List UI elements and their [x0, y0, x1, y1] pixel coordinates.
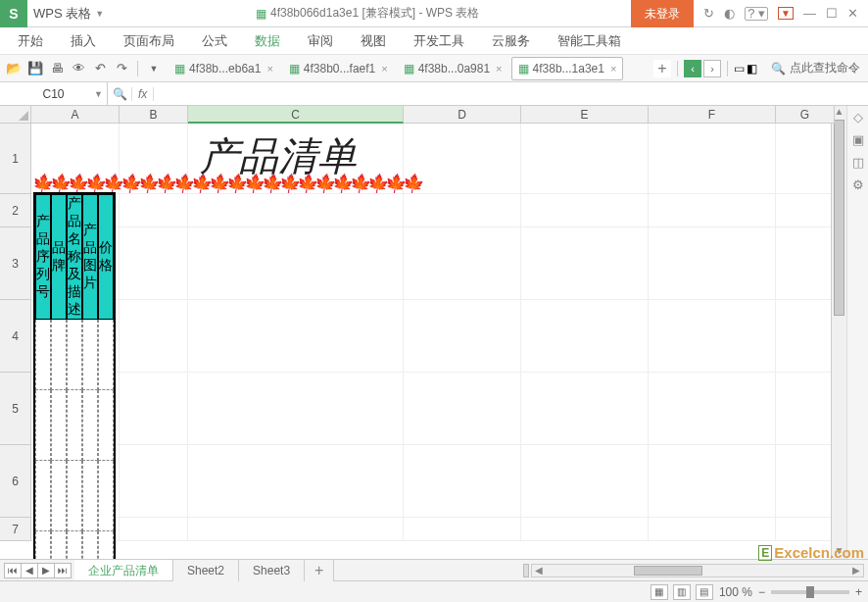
close-tab-icon[interactable]: × [610, 63, 616, 75]
cell-E3[interactable] [521, 227, 649, 300]
menu-item-5[interactable]: 审阅 [294, 27, 347, 55]
cell-F5[interactable] [649, 373, 776, 445]
hscroll-split[interactable] [523, 564, 529, 577]
col-header-C[interactable]: C [188, 106, 404, 124]
doc-tab-1[interactable]: ▦4f38b0...faef1× [282, 57, 395, 80]
row-header-1[interactable]: 1 [0, 124, 31, 194]
open-icon[interactable]: 📂 [6, 61, 22, 76]
sheet-tab-2[interactable]: Sheet3 [239, 560, 305, 581]
zoom-slider[interactable] [771, 590, 849, 594]
menu-item-0[interactable]: 开始 [4, 27, 57, 55]
col-header-F[interactable]: F [649, 106, 776, 124]
help-icon[interactable]: ? ▾ [745, 7, 768, 21]
sheet-tab-1[interactable]: Sheet2 [173, 560, 239, 581]
table-cell[interactable] [51, 461, 67, 531]
cell-B5[interactable] [120, 373, 188, 445]
close-tab-icon[interactable]: × [381, 63, 387, 75]
side-settings-icon[interactable]: ⚙ [852, 177, 864, 192]
window-list-icon[interactable]: ▭ [734, 62, 745, 75]
table-cell[interactable] [67, 461, 82, 531]
table-cell[interactable] [82, 531, 98, 559]
sync-icon[interactable]: ↻ [703, 6, 714, 21]
cell-C4[interactable] [188, 300, 404, 373]
doc-tab-3[interactable]: ▦4f38b...1a3e1× [511, 57, 624, 80]
command-search[interactable]: 🔍 点此查找命令 [771, 60, 860, 76]
cell-C5[interactable] [188, 373, 404, 445]
cell-D7[interactable] [404, 518, 521, 541]
print-icon[interactable]: 🖶 [49, 61, 65, 76]
close-icon[interactable]: ✕ [847, 6, 858, 21]
table-cell[interactable] [67, 531, 82, 559]
col-header-G[interactable]: G [776, 106, 835, 124]
sheet-grid[interactable]: ABCDEFG 1234567 产品清单 🍁🍁🍁🍁🍁🍁🍁🍁🍁🍁🍁🍁🍁🍁🍁🍁🍁🍁🍁… [0, 106, 846, 559]
select-all-corner[interactable] [0, 106, 31, 124]
hscroll-thumb[interactable] [634, 566, 702, 576]
zoom-out-button[interactable]: − [758, 585, 765, 599]
table-cell[interactable] [35, 461, 51, 531]
scroll-left-icon[interactable]: ◀ [532, 565, 546, 576]
menu-item-4[interactable]: 数据 [241, 27, 294, 55]
view-normal-button[interactable]: ▦ [651, 584, 668, 600]
cell-B3[interactable] [120, 227, 188, 300]
zoom-slider-handle[interactable] [806, 586, 814, 598]
cell-E7[interactable] [521, 518, 649, 541]
cell-F3[interactable] [649, 227, 776, 300]
cell-F6[interactable] [649, 445, 776, 518]
col-header-B[interactable]: B [120, 106, 188, 124]
cell-G3[interactable] [776, 227, 835, 300]
scroll-right-icon[interactable]: ▶ [849, 565, 863, 576]
menu-item-7[interactable]: 开发工具 [400, 27, 478, 55]
zoom-label[interactable]: 100 % [719, 585, 752, 599]
tab-next-button[interactable]: › [703, 60, 721, 77]
menu-item-9[interactable]: 智能工具箱 [544, 27, 635, 55]
table-cell[interactable] [82, 461, 98, 531]
cell-B6[interactable] [120, 445, 188, 518]
vertical-scrollbar[interactable]: ▲ ▼ [831, 106, 846, 559]
table-cell[interactable] [98, 320, 114, 390]
cell-E6[interactable] [521, 445, 649, 518]
cell-E5[interactable] [521, 373, 649, 445]
close-tab-icon[interactable]: × [266, 63, 272, 75]
ribbon-toggle-icon[interactable]: ▼ [778, 7, 794, 20]
name-dropdown-icon[interactable]: ▼ [94, 89, 103, 99]
cell-reference-box[interactable]: C10 ▼ [0, 82, 108, 106]
reading-mode-icon[interactable]: ◧ [747, 62, 757, 75]
row-header-2[interactable]: 2 [0, 194, 31, 227]
close-tab-icon[interactable]: × [496, 63, 502, 75]
zoom-in-button[interactable]: + [855, 585, 862, 599]
fx-label[interactable]: fx [131, 87, 154, 101]
table-cell[interactable] [67, 390, 82, 461]
vscroll-thumb[interactable] [834, 120, 844, 316]
save-icon[interactable]: 💾 [27, 61, 43, 76]
table-cell[interactable] [67, 320, 82, 390]
table-cell[interactable] [35, 531, 51, 559]
tab-prev-button[interactable]: ‹ [684, 60, 701, 77]
table-cell[interactable] [35, 320, 51, 390]
cell-D5[interactable] [404, 373, 521, 445]
menu-item-6[interactable]: 视图 [347, 27, 400, 55]
minimize-icon[interactable]: — [803, 6, 816, 21]
sheet-next-button[interactable]: ▶ [37, 563, 55, 578]
col-header-E[interactable]: E [521, 106, 649, 124]
table-cell[interactable] [98, 531, 114, 559]
undo-icon[interactable]: ↶ [92, 61, 108, 76]
sheet-prev-button[interactable]: ◀ [21, 563, 38, 578]
row-header-6[interactable]: 6 [0, 445, 31, 518]
cell-B4[interactable] [120, 300, 188, 373]
cell-B2[interactable] [120, 194, 188, 227]
cell-F4[interactable] [649, 300, 776, 373]
table-cell[interactable] [51, 531, 67, 559]
table-cell[interactable] [98, 390, 114, 461]
doc-tab-0[interactable]: ▦4f38b...eb6a1× [168, 57, 280, 80]
row-header-4[interactable]: 4 [0, 300, 31, 373]
side-select-icon[interactable]: ▣ [852, 132, 864, 147]
cell-C6[interactable] [188, 445, 404, 518]
row-header-3[interactable]: 3 [0, 227, 31, 300]
menu-item-1[interactable]: 插入 [57, 27, 110, 55]
sheet-tab-0[interactable]: 企业产品清单 [74, 559, 173, 580]
cell-D3[interactable] [404, 227, 521, 300]
cell-C3[interactable] [188, 227, 404, 300]
cell-G4[interactable] [776, 300, 835, 373]
cell-E2[interactable] [521, 194, 649, 227]
doc-tab-2[interactable]: ▦4f38b...0a981× [397, 57, 509, 80]
